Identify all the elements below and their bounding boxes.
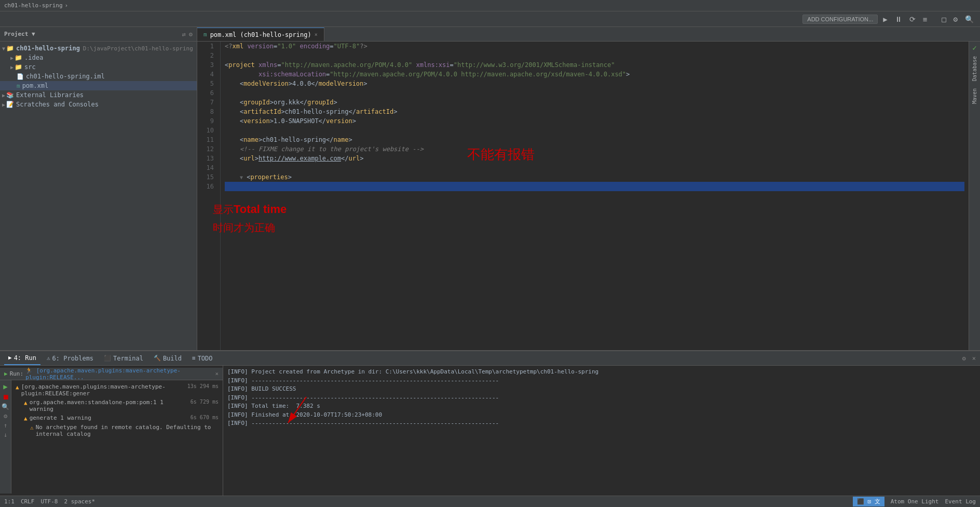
run-header-label: Run: (10, 370, 24, 377)
code-line-2 (225, 51, 964, 60)
code-line-10 (225, 126, 964, 135)
build-tab-label: Build (163, 355, 182, 362)
run-icon-gear[interactable]: ⚙ (4, 412, 7, 420)
bottom-tab-todo[interactable]: ≡ TODO (188, 352, 217, 365)
status-position[interactable]: 1:1 (4, 498, 15, 505)
run-item-4[interactable]: ⚠ No archetype found in remote catalog. … (11, 423, 223, 438)
run-icon-up[interactable]: ↑ (4, 422, 7, 429)
tree-item-idea[interactable]: ▶ 📁 .idea (0, 53, 197, 62)
code-line-9: <version>1.0-SNAPSHOT</version> (225, 116, 964, 126)
toolbar-icon-stop[interactable]: □ (940, 14, 948, 24)
status-bar: 1:1 CRLF UTF-8 2 spaces* ⬛ ⊡ 文 Atom One … (0, 496, 980, 507)
code-line-16 (225, 182, 964, 191)
code-lines: <?xml version="1.0" encoding="UTF-8"?> <… (221, 42, 969, 350)
tree-label-iml: ch01-hello-spring.iml (26, 73, 105, 80)
status-indent[interactable]: 2 spaces* (64, 498, 96, 505)
run-icon-down[interactable]: ↓ (4, 431, 7, 438)
tree-path-root: D:\javaProject\ch01-hello-spring (83, 45, 193, 52)
run-item-text-1: [org.apache.maven.plugins:maven-archetyp… (21, 383, 185, 397)
pom-tab-icon: m (203, 31, 207, 38)
bottom-tabs-bar: ▶ 4: Run ⚠ 6: Problems ⬛ Terminal 🔨 Buil… (0, 351, 980, 366)
run-play-icon[interactable]: ▶ (4, 370, 8, 377)
status-theme-btn[interactable]: ⬛ ⊡ 文 (853, 497, 884, 506)
tree-icon-iml: 📄 (17, 73, 24, 80)
run-icon-restart[interactable]: ▶ (3, 382, 7, 391)
run-icon-filter[interactable]: 🔍 (2, 403, 9, 410)
tree-item-root[interactable]: ▼ 📁 ch01-hello-spring D:\javaProject\ch0… (0, 44, 197, 53)
tab-pom-label: pom.xml (ch01-hello-spring) (210, 31, 311, 38)
bottom-right-console: [INFO] Project created from Archetype in… (223, 366, 980, 496)
bottom-panel-settings-icon[interactable]: ⚙ (962, 355, 966, 362)
run-close-icon[interactable]: × (215, 370, 219, 377)
tree-item-pom[interactable]: m pom.xml (0, 81, 197, 90)
run-item-text-4: No archetype found in remote catalog. De… (36, 424, 219, 437)
tree-label-idea: .idea (24, 54, 43, 61)
status-event-log[interactable]: Event Log (945, 498, 976, 505)
sidebar-title: Project ▼ (4, 31, 35, 37)
run-item-3[interactable]: ▲ generate 1 warning 6s 670 ms (11, 413, 223, 423)
todo-tab-label: TODO (198, 355, 213, 362)
warn-icon-4: ⚠ (30, 424, 34, 431)
bottom-tab-problems[interactable]: ⚠ 6: Problems (43, 352, 98, 365)
tree-item-extlibs[interactable]: ▶ 📚 External Libraries (0, 90, 197, 100)
code-editor[interactable]: 1 2 3 4 5 6 7 8 9 10 11 12 13 (197, 42, 969, 350)
toolbar-icon-reload[interactable]: ⟳ (907, 14, 918, 24)
bottom-panel-close-icon[interactable]: × (972, 355, 976, 362)
code-line-4: xsi:schemaLocation="http://maven.apache.… (225, 70, 964, 79)
title-arrow: › (65, 2, 69, 9)
sidebar-tab-maven[interactable]: Maven (971, 85, 978, 107)
sidebar-settings-icon[interactable]: ⚙ (189, 31, 193, 38)
sidebar-tab-database[interactable]: Database (971, 53, 978, 84)
bottom-panel: ▶ 4: Run ⚠ 6: Problems ⬛ Terminal 🔨 Buil… (0, 350, 980, 496)
tree-item-src[interactable]: ▶ 📁 src (0, 62, 197, 72)
tree-label-extlibs: External Libraries (16, 91, 84, 99)
toolbar-icon-debug[interactable]: ⏸ (893, 14, 904, 24)
problems-tab-icon: ⚠ (47, 355, 50, 362)
line-numbers: 1 2 3 4 5 6 7 8 9 10 11 12 13 (197, 42, 221, 350)
run-item-2[interactable]: ▲ org.apache.maven:standalone-pom:pom:1 … (11, 398, 223, 413)
sidebar: Project ▼ ⇄ ⚙ ▼ 📁 ch01-hello-spring D:\j… (0, 27, 197, 350)
tab-pom[interactable]: m pom.xml (ch01-hello-spring) × (197, 28, 324, 41)
status-left: 1:1 CRLF UTF-8 2 spaces* (4, 498, 95, 505)
top-toolbar: ADD CONFIGURATION... ▶ ⏸ ⟳ ≡ □ ⚙ 🔍 (0, 11, 980, 27)
code-line-12: <!-- FIXME change it to the project's we… (225, 144, 964, 154)
tree-item-iml[interactable]: 📄 ch01-hello-spring.iml (0, 72, 197, 81)
bottom-tab-run[interactable]: ▶ 4: Run (4, 352, 40, 365)
bottom-tab-terminal[interactable]: ⬛ Terminal (100, 352, 147, 365)
add-configuration-button[interactable]: ADD CONFIGURATION... (802, 15, 878, 24)
project-title[interactable]: ch01-hello-spring (4, 2, 63, 9)
tab-pom-close[interactable]: × (315, 32, 318, 37)
tree-icon-idea: 📁 (15, 54, 22, 61)
toolbar-icon-settings[interactable]: ⚙ (951, 14, 960, 24)
run-item-text-3: generate 1 warning (30, 415, 91, 421)
console-line-4: [INFO] ---------------------------------… (227, 394, 976, 403)
sidebar-horizontal-split-icon[interactable]: ⇄ (182, 31, 186, 38)
checkmark-icon[interactable]: ✓ (972, 44, 976, 52)
run-item-time-3: 6s 670 ms (190, 415, 219, 420)
bottom-content: ▶ Run: 🏃 [org.apache.maven.plugins:maven… (0, 366, 980, 496)
bottom-tab-build[interactable]: 🔨 Build (149, 352, 186, 365)
toolbar-icon-run[interactable]: ▶ (881, 14, 889, 24)
run-item-time-1: 13s 294 ms (187, 383, 219, 389)
tree-arrow-src: ▶ (10, 64, 13, 70)
toolbar-icon-more[interactable]: ≡ (921, 14, 929, 24)
terminal-tab-icon: ⬛ (104, 355, 111, 362)
tree-icon-scratches: 📝 (6, 101, 14, 108)
console-line-3: [INFO] BUILD SUCCESS (227, 385, 976, 394)
code-line-15: ▼ <properties> (225, 172, 964, 182)
run-icon-stop[interactable]: ⏹ (2, 393, 9, 401)
title-bar: ch01-hello-spring › (0, 0, 980, 11)
status-line-ending[interactable]: CRLF (21, 498, 35, 505)
run-tab-label: 4: Run (14, 354, 36, 362)
warn-icon-1: ▲ (16, 384, 19, 391)
code-line-6 (225, 88, 964, 98)
todo-tab-icon: ≡ (192, 355, 196, 362)
tree-label-pom: pom.xml (22, 82, 49, 89)
tree-item-scratches[interactable]: ▶ 📝 Scratches and Consoles (0, 100, 197, 109)
code-line-11: <name>ch01-hello-spring</name> (225, 135, 964, 144)
status-theme[interactable]: Atom One Light (891, 498, 939, 505)
status-encoding[interactable]: UTF-8 (40, 498, 58, 505)
code-line-8: <artifactId>ch01-hello-spring</artifactI… (225, 107, 964, 116)
run-item-1[interactable]: ▲ [org.apache.maven.plugins:maven-archet… (11, 382, 223, 398)
toolbar-icon-search[interactable]: 🔍 (963, 14, 976, 24)
